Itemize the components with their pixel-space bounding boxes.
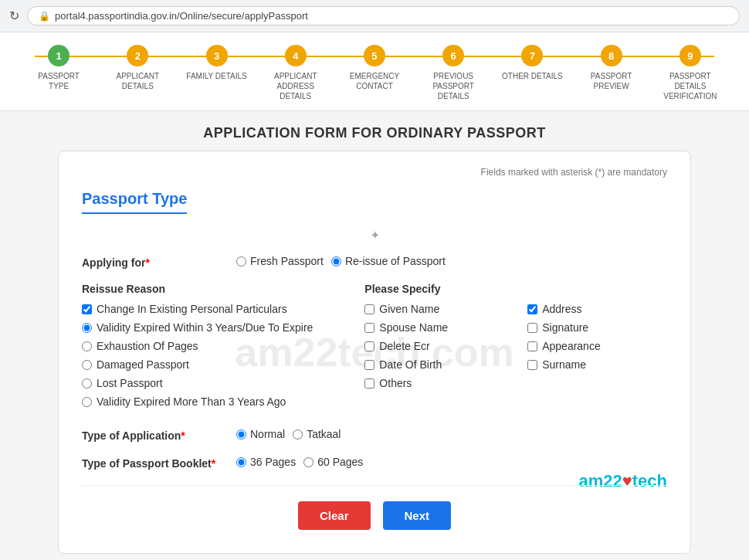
36pages-radio[interactable]	[236, 457, 246, 467]
step-9[interactable]: 9PASSPORT DETAILS VERIFICATION	[651, 45, 730, 101]
specify-col-right: Address Signature Appearance	[527, 303, 667, 395]
step-5-label: EMERGENCY CONTACT	[344, 71, 405, 91]
step-1-label: PASSPORT TYPE	[28, 71, 90, 91]
type-application-label: Type of Application*	[82, 428, 236, 442]
step-9-label: PASSPORT DETAILS VERIFICATION	[659, 71, 721, 101]
delete-ecr-checkbox[interactable]	[364, 341, 374, 351]
mandatory-note: Fields marked with asterisk (*) are mand…	[82, 167, 667, 178]
refresh-icon[interactable]: ↻	[9, 8, 19, 23]
36pages-option[interactable]: 36 Pages	[236, 456, 296, 468]
validity-expired-3yrplus-label: Validity Expired More Than 3 Years Ago	[97, 395, 286, 408]
step-3[interactable]: 3FAMILY DETAILS	[177, 45, 256, 81]
step-6-circle: 6	[442, 45, 464, 66]
please-specify-label: Please Specify	[364, 283, 667, 295]
tatkaal-radio[interactable]	[293, 429, 303, 440]
reissue-section: Reissue Reason Change In Existing Person…	[82, 283, 667, 414]
exhaustion-option[interactable]: Exhaustion Of Pages	[82, 340, 334, 352]
step-9-circle: 9	[680, 45, 701, 66]
next-button[interactable]: Next	[383, 501, 452, 530]
address-checkbox[interactable]	[527, 304, 537, 314]
fresh-passport-option[interactable]: Fresh Passport	[236, 255, 324, 267]
signature-checkbox[interactable]	[527, 323, 537, 333]
reissue-passport-label: Re-issue of Passport	[345, 255, 446, 267]
step-7-circle: 7	[521, 45, 543, 66]
step-7[interactable]: 7OTHER DETAILS	[493, 45, 571, 81]
validity-expired-3yr-label: Validity Expired Within 3 Years/Due To E…	[97, 321, 313, 334]
appearance-checkbox[interactable]	[527, 341, 537, 351]
steps-container: 1PASSPORT TYPE2APPLICANT DETAILS3FAMILY …	[19, 45, 730, 101]
reissue-passport-radio[interactable]	[331, 256, 341, 266]
given-name-option[interactable]: Given Name	[364, 303, 504, 315]
delete-ecr-option[interactable]: Delete Ecr	[364, 340, 504, 352]
step-5[interactable]: 5EMERGENCY CONTACT	[335, 45, 414, 91]
form-divider	[82, 485, 667, 486]
normal-option[interactable]: Normal	[236, 428, 285, 440]
spouse-name-checkbox[interactable]	[364, 323, 374, 333]
lost-radio[interactable]	[82, 378, 92, 389]
step-1-circle: 1	[48, 45, 69, 66]
main-content: 1PASSPORT TYPE2APPLICANT DETAILS3FAMILY …	[0, 32, 749, 560]
validity-expired-3yr-radio[interactable]	[82, 323, 92, 333]
surname-label: Surname	[542, 358, 586, 371]
form-content: Fields marked with asterisk (*) are mand…	[82, 167, 667, 530]
step-5-circle: 5	[364, 45, 385, 66]
delete-ecr-label: Delete Ecr	[379, 340, 429, 352]
page-title-section: APPLICATION FORM FOR ORDINARY PASSPORT	[0, 111, 749, 151]
damaged-option[interactable]: Damaged Passport	[82, 358, 334, 371]
60pages-radio[interactable]	[303, 457, 313, 467]
step-4-label: APPLICANT ADDRESS DETAILS	[265, 71, 327, 101]
exhaustion-radio[interactable]	[82, 341, 92, 351]
step-4[interactable]: 4APPLICANT ADDRESS DETAILS	[256, 45, 335, 101]
applying-for-label: Applying for*	[82, 255, 236, 269]
step-2[interactable]: 2APPLICANT DETAILS	[98, 45, 177, 91]
step-8-label: PASSPORT PREVIEW	[581, 71, 642, 91]
appearance-option[interactable]: Appearance	[527, 340, 667, 352]
date-of-birth-label: Date Of Birth	[379, 358, 442, 371]
others-option[interactable]: Others	[364, 377, 504, 389]
signature-option[interactable]: Signature	[527, 321, 667, 334]
step-2-label: APPLICANT DETAILS	[107, 71, 168, 91]
60pages-option[interactable]: 60 Pages	[303, 456, 363, 468]
spouse-name-option[interactable]: Spouse Name	[364, 321, 504, 334]
change-personal-checkbox[interactable]	[82, 304, 92, 314]
validity-expired-3yr-option[interactable]: Validity Expired Within 3 Years/Due To E…	[82, 321, 334, 334]
normal-label: Normal	[250, 428, 285, 440]
others-checkbox[interactable]	[364, 378, 374, 389]
lost-option[interactable]: Lost Passport	[82, 377, 334, 389]
36pages-label: 36 Pages	[250, 456, 296, 468]
reissue-passport-option[interactable]: Re-issue of Passport	[331, 255, 446, 267]
damaged-label: Damaged Passport	[97, 358, 189, 371]
browser-bar: ↻ 🔒 portal4.passportindia.gov.in/Online/…	[0, 0, 749, 32]
validity-expired-3yrplus-option[interactable]: Validity Expired More Than 3 Years Ago	[82, 395, 334, 408]
progress-bar: 1PASSPORT TYPE2APPLICANT DETAILS3FAMILY …	[0, 32, 749, 111]
surname-checkbox[interactable]	[527, 360, 537, 370]
change-personal-option[interactable]: Change In Existing Personal Particulars	[82, 303, 334, 315]
step-4-circle: 4	[285, 45, 307, 66]
date-of-birth-checkbox[interactable]	[364, 360, 374, 370]
others-label: Others	[379, 377, 412, 389]
step-8-circle: 8	[601, 45, 622, 66]
please-specify-section: Please Specify Given Name Spouse Name	[364, 283, 667, 414]
reissue-reason-label: Reissue Reason	[82, 283, 334, 295]
step-3-circle: 3	[206, 45, 228, 66]
address-option[interactable]: Address	[527, 303, 667, 315]
tatkaal-option[interactable]: Tatkaal	[293, 428, 341, 440]
compass-icon: ✦	[82, 228, 667, 243]
surname-option[interactable]: Surname	[527, 358, 667, 371]
lost-label: Lost Passport	[97, 377, 163, 389]
fresh-passport-radio[interactable]	[236, 256, 246, 266]
specify-col-left: Given Name Spouse Name Delete Ecr	[364, 303, 504, 395]
damaged-radio[interactable]	[82, 360, 92, 370]
date-of-birth-option[interactable]: Date Of Birth	[364, 358, 504, 371]
reissue-reasons: Reissue Reason Change In Existing Person…	[82, 283, 334, 414]
given-name-checkbox[interactable]	[364, 304, 374, 314]
step-6[interactable]: 6PREVIOUS PASSPORT DETAILS	[414, 45, 493, 101]
signature-label: Signature	[542, 321, 588, 334]
booklet-type-row: Type of Passport Booklet* 36 Pages 60 Pa…	[82, 456, 667, 470]
validity-expired-3yrplus-radio[interactable]	[82, 397, 92, 407]
lock-icon: 🔒	[39, 11, 50, 22]
normal-radio[interactable]	[236, 429, 246, 440]
step-8[interactable]: 8PASSPORT PREVIEW	[572, 45, 651, 91]
clear-button[interactable]: Clear	[298, 501, 371, 530]
step-1[interactable]: 1PASSPORT TYPE	[19, 45, 98, 91]
